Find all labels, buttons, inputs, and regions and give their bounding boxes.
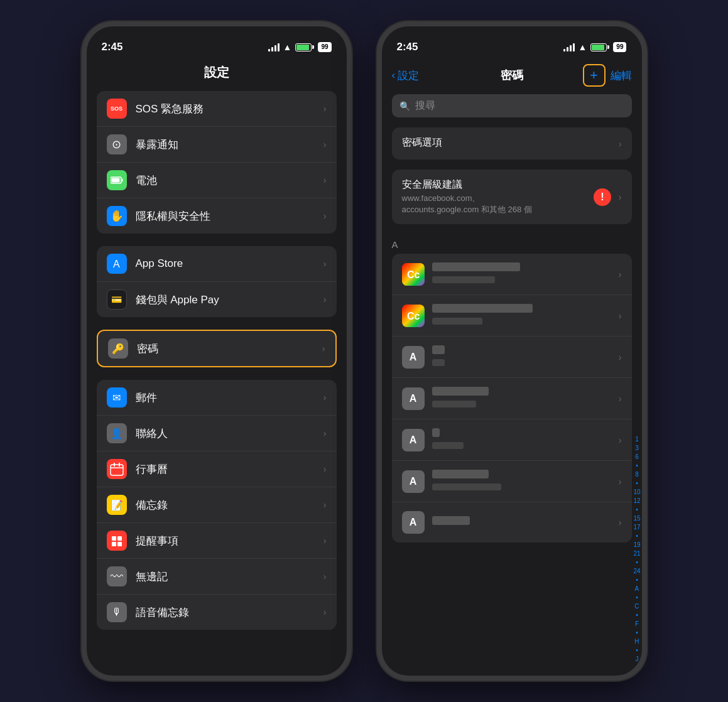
wifi-icon-right: ▲ [579, 42, 587, 52]
security-suggestions-text: 安全層級建議 www.facebook.com、accounts.google.… [402, 178, 586, 215]
index-dot-2: • [633, 479, 640, 487]
pw-entry-5-chevron: › [619, 435, 622, 445]
index-15[interactable]: 15 [633, 514, 640, 522]
settings-item-exposure[interactable]: ⊙ 暴露通知 › [97, 127, 337, 163]
pw-entry-4[interactable]: A ████████████ ██████████ › [392, 378, 632, 419]
index-A[interactable]: A [633, 585, 640, 593]
passwords-chevron: › [322, 343, 325, 354]
pw-entry-6-title: ████████████ [432, 470, 611, 481]
appstore-icon: A [107, 254, 127, 274]
index-24[interactable]: 24 [633, 567, 640, 575]
pw-options-item[interactable]: 密碼選項 › [392, 127, 632, 159]
nav-title: 密碼 [501, 68, 523, 83]
passwords-icon: 🔑 [108, 338, 128, 359]
pw-entry-4-sub: ██████████ [432, 401, 611, 410]
pw-entry-7[interactable]: A ████████ › [392, 502, 632, 543]
index-C[interactable]: C [633, 602, 640, 610]
settings-item-mail[interactable]: ✉ 郵件 › [97, 380, 337, 416]
pw-entry-4-chevron: › [619, 394, 622, 404]
pw-entry-5-title: █ [432, 428, 611, 440]
appstore-chevron: › [323, 259, 327, 269]
index-8[interactable]: 8 [633, 470, 640, 478]
app-icon-a-7: A [402, 511, 425, 534]
privacy-label: 隱私權與安全性 [136, 209, 315, 224]
index-dot-4: • [633, 532, 640, 540]
pw-options-title: 密碼選項 [402, 136, 611, 149]
index-17[interactable]: 17 [633, 523, 640, 531]
adobe-icon-2: Cc [402, 305, 425, 327]
index-dot-1: • [633, 462, 640, 470]
signal-icon-right [563, 43, 575, 51]
security-suggestions-item[interactable]: 安全層級建議 www.facebook.com、accounts.google.… [392, 170, 632, 224]
settings-item-appstore[interactable]: A App Store › [97, 246, 337, 282]
settings-item-passwords[interactable]: 🔑 密碼 › [98, 331, 335, 366]
sos-label: SOS 緊急服務 [136, 102, 315, 116]
voice-label: 語音備忘錄 [136, 605, 315, 620]
calendar-icon [107, 459, 127, 479]
index-H[interactable]: H [633, 637, 640, 645]
password-list-container: A [382, 234, 642, 543]
battery-level-right: 99 [613, 42, 626, 52]
settings-section-1: SOS SOS 緊急服務 › ⊙ 暴露通知 › 電池 › [97, 91, 337, 234]
plus-icon: + [590, 67, 598, 84]
search-bar[interactable]: 🔍 搜尋 [392, 94, 632, 117]
svg-rect-11 [117, 542, 122, 546]
index-6[interactable]: 6 [633, 453, 640, 461]
contacts-label: 聯絡人 [136, 426, 315, 441]
index-F[interactable]: F [633, 620, 640, 628]
battery-chevron: › [323, 175, 327, 185]
pw-entry-4-title: ████████████ [432, 387, 611, 398]
pw-entry-2[interactable]: Cc ████████████████████ ████████ › [392, 295, 632, 337]
app-icon-a-5: A [402, 429, 425, 451]
settings-item-wallet[interactable]: 💳 錢包與 Apple Pay › [97, 282, 337, 317]
left-phone: 2:45 ▲ 99 設定 SOS SOS 緊急服務 [82, 21, 352, 681]
index-L[interactable]: L [633, 672, 640, 676]
pw-entry-2-chevron: › [619, 311, 622, 321]
settings-item-battery[interactable]: 電池 › [97, 163, 337, 198]
index-1[interactable]: 1 [633, 435, 640, 443]
pw-entry-6-chevron: › [619, 477, 622, 487]
settings-item-calendar[interactable]: 行事曆 › [97, 451, 337, 487]
status-bar-right: 2:45 ▲ 99 [382, 26, 642, 59]
back-chevron: ‹ [392, 69, 396, 82]
privacy-chevron: › [323, 211, 327, 221]
svg-rect-9 [117, 536, 122, 541]
settings-item-sos[interactable]: SOS SOS 緊急服務 › [97, 91, 337, 127]
pw-entry-3-sub: ██ [432, 359, 611, 369]
settings-section-bottom: ✉ 郵件 › 👤 聯絡人 › 行事曆 › [97, 380, 337, 630]
index-19[interactable]: 19 [633, 541, 640, 549]
settings-item-freeform[interactable]: 〰 無邊記 › [97, 559, 337, 595]
time-right: 2:45 [397, 41, 418, 53]
reminders-icon [107, 531, 127, 551]
pw-entry-6[interactable]: A ████████████ ██████████████ › [392, 461, 632, 502]
index-dot-7: • [633, 593, 640, 602]
index-dot-3: • [633, 505, 640, 514]
pw-entry-1-text: █████████████████ ██████████ [432, 262, 611, 286]
settings-screen: 設定 SOS SOS 緊急服務 › ⊙ 暴露通知 › [87, 59, 347, 676]
index-dot-11: • [633, 664, 640, 672]
pw-entry-3[interactable]: A ██ ██ › [392, 337, 632, 378]
app-icon-a-4: A [402, 387, 425, 410]
wifi-icon: ▲ [283, 42, 292, 52]
settings-item-privacy[interactable]: ✋ 隱私權與安全性 › [97, 198, 337, 234]
battery-icon-item [107, 170, 127, 190]
add-password-button[interactable]: + [583, 64, 606, 87]
mail-label: 郵件 [136, 391, 315, 405]
back-button[interactable]: ‹ 設定 [392, 68, 420, 83]
reminders-label: 提醒事項 [136, 534, 315, 548]
settings-item-contacts[interactable]: 👤 聯絡人 › [97, 416, 337, 451]
pw-entry-5[interactable]: A █ ██████ › [392, 419, 632, 461]
pw-entry-7-text: ████████ [432, 516, 611, 529]
settings-item-voice[interactable]: 🎙 語音備忘錄 › [97, 595, 337, 630]
index-J[interactable]: J [633, 655, 640, 663]
index-12[interactable]: 12 [633, 497, 640, 505]
pw-entry-3-text: ██ ██ [432, 345, 611, 369]
wallet-icon: 💳 [107, 289, 127, 310]
pw-entry-1[interactable]: Cc █████████████████ ██████████ › [392, 254, 632, 295]
index-21[interactable]: 21 [633, 549, 640, 558]
edit-button[interactable]: 編輯 [611, 68, 632, 83]
settings-item-reminders[interactable]: 提醒事項 › [97, 523, 337, 559]
index-10[interactable]: 10 [633, 488, 640, 496]
index-3[interactable]: 3 [633, 444, 640, 452]
settings-item-notes[interactable]: 📝 備忘錄 › [97, 487, 337, 523]
